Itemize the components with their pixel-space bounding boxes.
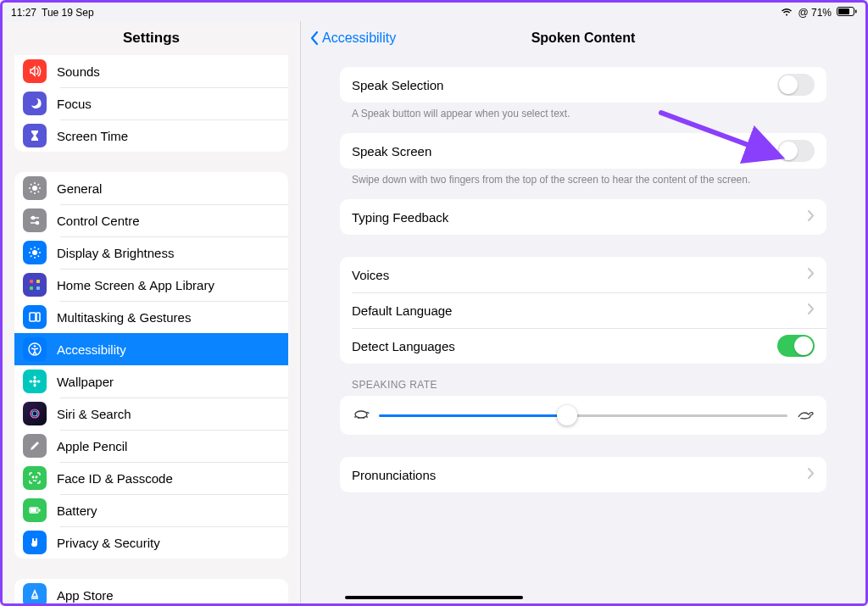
home-indicator: [345, 596, 523, 599]
sidebar-item-display-brightness[interactable]: Display & Brightness: [14, 236, 288, 269]
svg-point-3: [32, 186, 37, 191]
svg-rect-26: [31, 509, 36, 512]
detect-languages-row[interactable]: Detect Languages: [340, 328, 826, 364]
svg-rect-25: [39, 509, 41, 512]
speaking-rate-slider[interactable]: [379, 414, 787, 417]
slider-thumb[interactable]: [557, 405, 577, 425]
battery-icon: [23, 498, 47, 522]
sidebar-item-home-screen[interactable]: Home Screen & App Library: [14, 269, 288, 301]
speaking-rate-card: [340, 396, 826, 435]
sun-icon: [23, 241, 47, 264]
sliders-icon: [23, 208, 47, 232]
sidebar-item-apple-pencil[interactable]: Apple Pencil: [14, 430, 288, 462]
svg-point-27: [355, 411, 367, 418]
tortoise-icon: [352, 408, 370, 423]
speak-selection-toggle[interactable]: [777, 74, 815, 96]
svg-point-19: [37, 381, 41, 383]
svg-point-6: [32, 250, 37, 255]
svg-point-17: [34, 384, 36, 387]
svg-rect-12: [36, 313, 40, 321]
hourglass-icon: [23, 124, 47, 147]
typing-feedback-card: Typing Feedback: [340, 199, 826, 235]
svg-rect-9: [30, 286, 33, 290]
status-time: 11:27: [11, 7, 36, 19]
speak-screen-card: Speak Screen: [340, 133, 826, 169]
svg-point-15: [33, 380, 36, 383]
speak-screen-toggle[interactable]: [777, 140, 815, 162]
speak-selection-card: Speak Selection: [340, 67, 826, 103]
speak-screen-hint: Swipe down with two fingers from the top…: [340, 169, 826, 199]
sidebar-group-2: App Store: [14, 579, 288, 603]
pronunciations-card: Pronunciations: [340, 457, 826, 492]
svg-rect-7: [30, 280, 33, 283]
svg-point-16: [34, 376, 36, 380]
svg-point-4: [32, 217, 35, 220]
flower-icon: [23, 370, 47, 393]
svg-rect-10: [36, 286, 40, 290]
svg-point-18: [30, 381, 33, 383]
pronunciations-row[interactable]: Pronunciations: [340, 457, 826, 492]
chevron-right-icon: [808, 267, 815, 282]
page-title: Spoken Content: [531, 31, 636, 46]
voices-row[interactable]: Voices: [340, 257, 826, 292]
sidebar: Settings Sounds Focus Screen Time Genera…: [3, 21, 301, 603]
chevron-right-icon: [808, 303, 815, 318]
detail-pane: Accessibility Spoken Content Speak Selec…: [301, 21, 865, 603]
sounds-icon: [23, 59, 47, 83]
sidebar-item-privacy[interactable]: Privacy & Security: [14, 526, 288, 559]
back-button[interactable]: Accessibility: [301, 31, 396, 46]
sidebar-item-focus[interactable]: Focus: [14, 87, 288, 120]
appstore-icon: [23, 583, 47, 603]
svg-point-23: [36, 476, 36, 477]
sidebar-item-sounds[interactable]: Sounds: [14, 55, 288, 87]
speak-screen-row[interactable]: Speak Screen: [340, 133, 826, 169]
gear-icon: [23, 176, 47, 200]
svg-point-14: [34, 345, 36, 347]
speak-selection-row[interactable]: Speak Selection: [340, 67, 826, 103]
default-language-row[interactable]: Default Language: [340, 292, 826, 328]
svg-point-5: [36, 222, 39, 225]
sidebar-item-multitasking[interactable]: Multitasking & Gestures: [14, 301, 288, 333]
battery-icon: [837, 7, 857, 19]
moon-icon: [23, 92, 47, 115]
pencil-icon: [23, 434, 47, 458]
detect-languages-toggle[interactable]: [777, 335, 815, 357]
sidebar-group-0: Sounds Focus Screen Time: [14, 55, 288, 152]
typing-feedback-row[interactable]: Typing Feedback: [340, 199, 826, 235]
sidebar-item-accessibility[interactable]: Accessibility: [14, 333, 288, 365]
sidebar-item-siri[interactable]: Siri & Search: [14, 398, 288, 430]
svg-point-22: [32, 476, 33, 477]
svg-rect-8: [36, 280, 40, 283]
grid-icon: [23, 273, 47, 297]
chevron-right-icon: [808, 209, 815, 225]
battery-label: @ 71%: [798, 7, 832, 19]
multitask-icon: [23, 305, 47, 329]
sidebar-group-1: General Control Centre Display & Brightn…: [14, 172, 288, 559]
sidebar-title: Settings: [3, 21, 300, 55]
sidebar-item-battery[interactable]: Battery: [14, 494, 288, 526]
svg-rect-11: [30, 313, 36, 321]
sidebar-item-screen-time[interactable]: Screen Time: [14, 120, 288, 152]
detail-header: Accessibility Spoken Content: [301, 21, 865, 55]
languages-card: Voices Default Language Detect Languages: [340, 257, 826, 364]
back-label: Accessibility: [322, 31, 396, 46]
siri-icon: [23, 402, 47, 425]
speak-selection-hint: A Speak button will appear when you sele…: [340, 103, 826, 133]
chevron-right-icon: [808, 467, 815, 482]
wifi-icon: [781, 7, 793, 19]
svg-rect-1: [838, 8, 849, 14]
status-date: Tue 19 Sep: [42, 7, 94, 19]
accessibility-icon: [23, 337, 47, 361]
sidebar-item-faceid[interactable]: Face ID & Passcode: [14, 462, 288, 494]
svg-point-21: [32, 411, 37, 416]
speaking-rate-header: SPEAKING RATE: [340, 364, 826, 396]
sidebar-item-wallpaper[interactable]: Wallpaper: [14, 365, 288, 398]
svg-rect-2: [855, 10, 857, 14]
chevron-left-icon: [309, 31, 320, 46]
hare-icon: [796, 408, 815, 423]
faceid-icon: [23, 466, 47, 490]
status-bar: 11:27 Tue 19 Sep @ 71%: [3, 6, 865, 19]
sidebar-item-control-centre[interactable]: Control Centre: [14, 204, 288, 236]
sidebar-item-general[interactable]: General: [14, 172, 288, 204]
sidebar-item-app-store[interactable]: App Store: [14, 579, 288, 603]
